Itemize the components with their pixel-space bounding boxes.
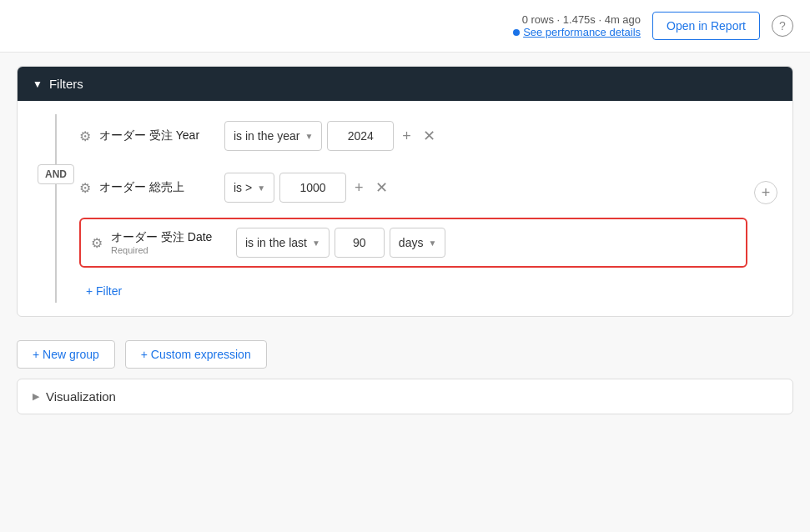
filter-controls-sales: is > ▼ + ✕ [224,173,747,203]
required-label: Required [111,245,228,255]
filters-title: Filters [49,77,83,91]
value-input-year[interactable] [327,121,394,151]
custom-expression-button[interactable]: + Custom expression [125,340,267,369]
filter-row-sales: ⚙ オーダー 総売上 is > ▼ + ✕ [79,166,747,209]
filter-group: AND ⚙ オーダー 受注 Year is in the year ▼ [33,114,777,303]
gear-icon-sales[interactable]: ⚙ [79,180,91,196]
filter-controls-year: is in the year ▼ + ✕ [224,121,747,151]
rows-info: 0 rows · 1.475s · 4m ago [513,13,641,26]
visualization-header[interactable]: ▶ Visualization [18,379,792,414]
and-line [55,114,57,303]
operator-dropdown-sales[interactable]: is > ▼ [224,173,274,203]
add-filter-button[interactable]: + Filter [83,279,125,303]
add-row-button[interactable]: + [754,181,777,204]
help-icon[interactable]: ? [772,15,793,37]
bottom-actions: + New group + Custom expression [17,330,793,379]
and-connector: AND [33,114,79,303]
stats-area: 0 rows · 1.475s · 4m ago See performance… [513,13,641,38]
filter-label-date: オーダー 受注 Date Required [111,230,228,255]
value-input-date[interactable] [335,228,385,258]
filters-chevron-icon: ▼ [33,78,43,90]
add-condition-button-year[interactable]: + [399,124,415,148]
add-filter-area: + Filter [79,276,747,303]
chevron-down-icon: ▼ [304,132,313,141]
filters-body: AND ⚙ オーダー 受注 Year is in the year ▼ [18,101,792,316]
blue-dot-icon [513,29,520,36]
value-input-sales[interactable] [279,173,346,203]
gear-icon-year[interactable]: ⚙ [79,128,91,144]
unit-dropdown-date[interactable]: days ▼ [390,228,445,258]
add-condition-button-sales[interactable]: + [351,176,367,200]
operator-dropdown-date[interactable]: is in the last ▼ [236,228,330,258]
filter-row-date: ⚙ オーダー 受注 Date Required is in the last ▼ [79,218,747,268]
remove-filter-button-sales[interactable]: ✕ [372,175,391,200]
chevron-down-icon-sales: ▼ [257,183,265,193]
main-content: ▼ Filters AND ⚙ オーダー 受注 Year [0,53,810,428]
filters-header[interactable]: ▼ Filters [18,67,792,101]
top-bar: 0 rows · 1.475s · 4m ago See performance… [0,0,810,53]
visualization-section: ▶ Visualization [17,379,793,414]
new-group-button[interactable]: + New group [17,340,115,369]
gear-icon-date[interactable]: ⚙ [91,235,103,251]
visualization-chevron-icon: ▶ [33,391,39,402]
performance-link[interactable]: See performance details [513,26,641,38]
filters-rows: ⚙ オーダー 受注 Year is in the year ▼ + ✕ [79,114,747,303]
and-badge: AND [38,164,74,184]
filter-row-year: ⚙ オーダー 受注 Year is in the year ▼ + ✕ [79,114,747,158]
open-in-report-button[interactable]: Open in Report [652,12,760,40]
chevron-down-icon-unit: ▼ [428,238,436,248]
operator-dropdown-year[interactable]: is in the year ▼ [224,121,322,151]
remove-filter-button-year[interactable]: ✕ [420,123,439,148]
filter-row-date-inner: ⚙ オーダー 受注 Date Required is in the last ▼ [91,228,736,258]
filters-section: ▼ Filters AND ⚙ オーダー 受注 Year [17,66,793,317]
filter-label-year: オーダー 受注 Year [99,128,216,143]
filter-controls-date: is in the last ▼ days ▼ [236,228,736,258]
plus-row: + [747,114,777,204]
chevron-down-icon-date: ▼ [312,238,320,248]
visualization-title: Visualization [46,389,116,404]
filter-label-sales: オーダー 総売上 [99,180,216,195]
